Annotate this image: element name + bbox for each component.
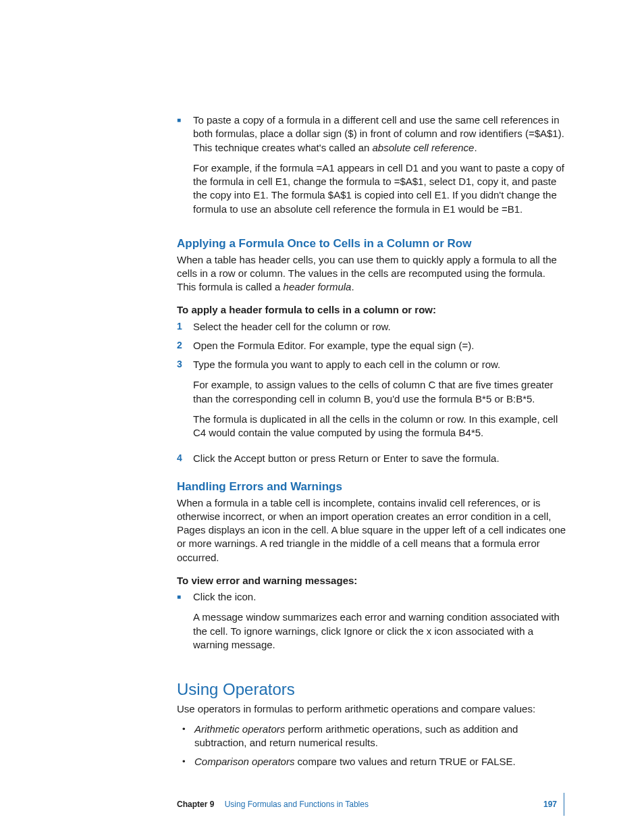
para-absolute-ref-intro: To paste a copy of a formula in a differ… — [193, 113, 567, 155]
page-footer: Chapter 9 Using Formulas and Functions i… — [177, 793, 564, 816]
bullet-extra: A message window summarizes each error a… — [193, 610, 567, 652]
bullet-absolute-ref: ■ To paste a copy of a formula in a diff… — [177, 113, 567, 223]
step-text: Type the formula you want to apply to ea… — [193, 358, 567, 371]
bullet-comparison: • Comparison operators compare two value… — [181, 755, 567, 768]
step-4: 4 Click the Accept button or press Retur… — [177, 452, 567, 465]
para-absolute-ref-example: For example, if the formula =A1 appears … — [193, 161, 567, 216]
heading-applying-formula: Applying a Formula Once to Cells in a Co… — [177, 236, 567, 252]
text-italic: Arithmetic operators — [194, 723, 285, 735]
para-operators-intro: Use operators in formulas to perform ari… — [177, 702, 567, 716]
footer-chapter: Chapter 9 — [177, 800, 214, 809]
bullet-text: Arithmetic operators perform arithmetic … — [194, 723, 567, 750]
task-title-view-errors: To view error and warning messages: — [177, 574, 567, 588]
bullet-click-icon: ■ Click the icon. A message window summa… — [177, 590, 567, 658]
para-header-formula-intro: When a table has header cells, you can u… — [177, 253, 567, 294]
text-italic: header formula — [284, 281, 352, 292]
step-number: 2 — [177, 339, 193, 353]
square-bullet-icon: ■ — [177, 113, 193, 223]
text-italic: absolute cell reference — [373, 142, 475, 153]
bullet-text: Comparison operators compare two values … — [194, 755, 567, 768]
footer-left: Chapter 9 Using Formulas and Functions i… — [177, 799, 369, 810]
heading-using-operators: Using Operators — [177, 679, 567, 700]
dot-bullet-icon: • — [181, 755, 194, 768]
page-content: ■ To paste a copy of a formula in a diff… — [177, 113, 567, 775]
text: compare two values and return TRUE or FA… — [294, 756, 515, 767]
task-title-apply-header: To apply a header formula to cells in a … — [177, 303, 567, 317]
step-number: 3 — [177, 358, 193, 446]
step-3: 3 Type the formula you want to apply to … — [177, 358, 567, 446]
step-2: 2 Open the Formula Editor. For example, … — [177, 339, 567, 353]
footer-right: 197 — [543, 793, 564, 816]
text: When a table has header cells, you can u… — [177, 254, 557, 293]
bullet-text: Click the icon. — [193, 590, 567, 604]
step-text: Open the Formula Editor. For example, ty… — [193, 339, 567, 353]
text: . — [351, 281, 354, 292]
text-italic: Comparison operators — [194, 756, 294, 767]
text: . — [474, 142, 477, 153]
footer-title: Using Formulas and Functions in Tables — [225, 800, 369, 809]
step-1: 1 Select the header cell for the column … — [177, 320, 567, 334]
bullet-arithmetic: • Arithmetic operators perform arithmeti… — [181, 723, 567, 750]
para-errors-intro: When a formula in a table cell is incomp… — [177, 496, 567, 565]
square-bullet-icon: ■ — [177, 590, 193, 658]
step-text: Select the header cell for the column or… — [193, 320, 567, 334]
heading-handling-errors: Handling Errors and Warnings — [177, 479, 567, 495]
footer-page-number: 197 — [543, 799, 557, 810]
step-number: 4 — [177, 452, 193, 465]
dot-bullet-icon: • — [181, 723, 194, 750]
step-number: 1 — [177, 320, 193, 334]
step-text: Click the Accept button or press Return … — [193, 452, 567, 465]
footer-divider-icon — [564, 793, 564, 816]
step-example: For example, to assign values to the cel… — [193, 378, 567, 406]
step-note: The formula is duplicated in all the cel… — [193, 413, 567, 440]
